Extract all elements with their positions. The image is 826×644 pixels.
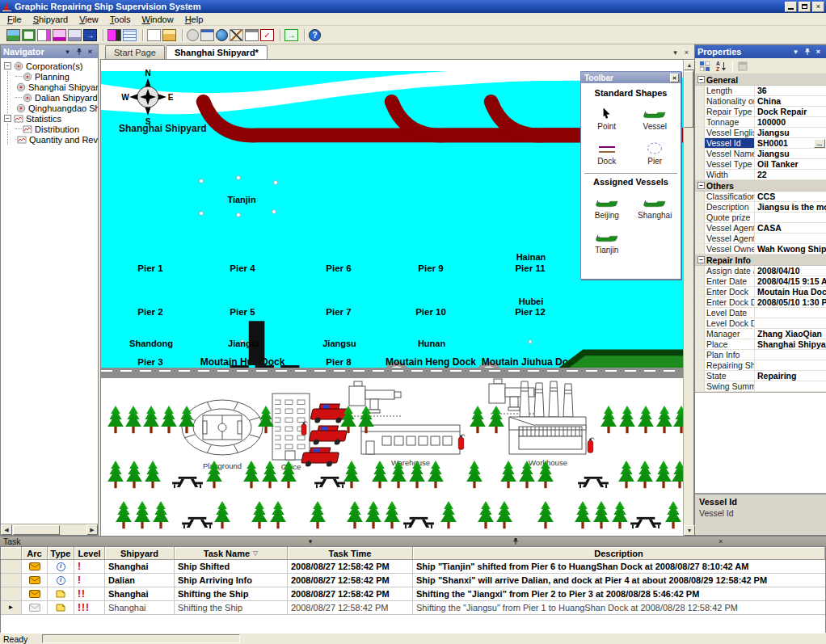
property-row[interactable]: Level Date	[695, 308, 826, 318]
scroll-left-icon[interactable]: ◀	[1, 524, 12, 535]
property-row[interactable]: Vessel TypeOil Tanker	[695, 159, 826, 170]
property-row[interactable]: Vessel NameJiangsu	[695, 149, 826, 159]
tab-close-icon[interactable]: ×	[681, 48, 692, 57]
tree-node-planning[interactable]: Planning	[15, 71, 98, 82]
property-row[interactable]: Enter DockMoutain Hua Dock	[695, 287, 826, 297]
export-icon[interactable]: →	[83, 29, 97, 41]
property-row[interactable]: Vessel Agent 2	[695, 234, 826, 244]
property-row[interactable]: Classification SCCS	[695, 192, 826, 202]
property-row[interactable]: Swing Summar	[695, 381, 826, 392]
task-row[interactable]: i ! Shanghai Ship Shifted 2008/08/27 12:…	[1, 560, 825, 574]
palette-item-shanghai[interactable]: Shanghai	[631, 196, 680, 220]
palette-item-beijing[interactable]: Beijing	[583, 196, 631, 220]
close-icon[interactable]: ×	[618, 537, 823, 546]
menu-window[interactable]: Window	[137, 14, 179, 25]
palette-title-bar[interactable]: Toolbar ×	[581, 72, 681, 83]
column-header-level[interactable]: Level	[74, 547, 105, 559]
navigator-horizontal-scrollbar[interactable]: ◀ ▶	[1, 524, 98, 535]
property-row[interactable]: Nationality or RChina	[695, 96, 826, 107]
tab-start-page[interactable]: Start Page	[105, 45, 165, 59]
task-row[interactable]: i ! Dalian Ship Arriving Info 2008/08/27…	[1, 574, 825, 587]
import-icon[interactable]: →	[284, 29, 298, 41]
property-row[interactable]: PlaceShanghai Shipyard	[695, 339, 826, 350]
properties-window-icon[interactable]	[200, 29, 214, 41]
pin-icon[interactable]	[74, 47, 84, 57]
tree-node-dalian-shipyard[interactable]: Dalian Shipyard	[15, 92, 98, 103]
collapse-icon[interactable]: −	[4, 115, 11, 122]
task-row[interactable]: !! Shanghai Shifting the Ship 2008/08/27…	[1, 587, 825, 601]
property-row[interactable]: Tonnage100000	[695, 117, 826, 128]
property-row[interactable]: Repairing Ship	[695, 360, 826, 371]
property-row[interactable]: Level Dock Dat	[695, 318, 826, 329]
section-repair-info[interactable]: −Repair Info	[695, 255, 826, 266]
tree-node-shanghai-shipyard[interactable]: Shanghai Shipyar	[15, 82, 98, 92]
property-row[interactable]: Vessel Agent 1CASA	[695, 223, 826, 234]
tree-node-corporations[interactable]: − Corporation(s)	[4, 61, 98, 71]
palette-item-tianjin[interactable]: Tianjin	[583, 230, 631, 255]
palette-item-pier[interactable]: Pier	[631, 141, 680, 166]
column-header-task-name[interactable]: Task Name▽	[175, 547, 288, 559]
grid-icon[interactable]	[123, 29, 137, 41]
categorized-icon[interactable]	[697, 60, 712, 73]
tree-node-quantity-revenue[interactable]: Quantity and Rev	[15, 134, 98, 145]
menu-file[interactable]: File	[2, 14, 27, 25]
film-icon[interactable]	[107, 29, 121, 41]
column-header-shipyard[interactable]: Shipyard	[105, 547, 175, 559]
help-icon[interactable]: ?	[309, 29, 321, 41]
property-row[interactable]: Length36	[695, 86, 826, 96]
checklist-icon[interactable]: ✓	[260, 29, 274, 41]
property-row[interactable]: Vessel EnglishJiangsu	[695, 128, 826, 138]
globe-icon[interactable]	[216, 29, 228, 41]
tree-node-distribution[interactable]: Distribution	[15, 124, 98, 134]
window-icon[interactable]	[245, 29, 259, 41]
section-others[interactable]: −Others	[695, 180, 826, 192]
property-row[interactable]: Width22	[695, 170, 826, 180]
new-document-icon[interactable]	[147, 29, 161, 41]
property-pages-icon[interactable]	[735, 60, 750, 73]
task-row-current[interactable]: ► !!! Shanghai Shifting the Ship 2008/08…	[1, 601, 825, 615]
tools-icon[interactable]	[230, 29, 243, 41]
canvas-vertical-scrollbar[interactable]: ▲ ▼	[683, 60, 693, 536]
column-header-type[interactable]: Type	[48, 547, 74, 559]
scroll-right-icon[interactable]: ▶	[86, 524, 98, 535]
menu-view[interactable]: View	[74, 14, 104, 25]
chevron-down-icon[interactable]: ▾	[790, 47, 801, 57]
find-document-icon[interactable]	[53, 29, 66, 41]
menu-tools[interactable]: Tools	[104, 14, 137, 25]
column-header-arc[interactable]: Arc	[22, 547, 48, 559]
ellipsis-button[interactable]: ...	[814, 139, 825, 148]
collapse-icon[interactable]: −	[697, 182, 705, 189]
sort-alphabetical-icon[interactable]: AZ	[714, 60, 728, 73]
scroll-up-icon[interactable]: ▲	[684, 60, 695, 70]
palette-item-dock[interactable]: Dock	[583, 141, 631, 166]
property-row[interactable]: Vessel OwnerWah Kwong Shippin	[695, 244, 826, 255]
menu-shipyard[interactable]: Shipyard	[27, 14, 74, 25]
pin-icon[interactable]	[414, 537, 618, 546]
close-icon[interactable]: ×	[85, 47, 95, 57]
palette-item-point[interactable]: Point	[583, 107, 631, 131]
minimize-icon[interactable]	[785, 2, 797, 12]
property-row-vessel-id[interactable]: Vessel IdSH0001...	[695, 138, 826, 149]
open-folder-icon[interactable]	[162, 29, 176, 41]
tree-node-statistics[interactable]: − Statistics	[4, 113, 98, 124]
collapse-icon[interactable]: −	[4, 62, 11, 69]
scroll-down-icon[interactable]: ▼	[684, 525, 695, 536]
palette-item-vessel[interactable]: Vessel	[631, 107, 680, 131]
tree-node-qinghuangdao-shipyard[interactable]: Qinghuangdao Sh	[15, 103, 98, 113]
scrollbar-thumb[interactable]	[684, 71, 693, 128]
property-row[interactable]: ManagerZhang XiaoQian	[695, 329, 826, 339]
collapse-icon[interactable]: −	[697, 76, 705, 83]
property-row[interactable]: Repair TypeDock Repair	[695, 107, 826, 117]
collapse-icon[interactable]: −	[697, 256, 705, 263]
chevron-down-icon[interactable]: ▾	[62, 47, 73, 57]
property-row[interactable]: DescriptionJiangsu is the most	[695, 202, 826, 213]
chevron-down-icon[interactable]: ▾	[209, 537, 413, 546]
property-row[interactable]: Plan Info	[695, 350, 826, 360]
close-icon[interactable]: ×	[813, 47, 824, 57]
refresh-icon[interactable]	[22, 29, 36, 41]
tab-shanghai-shipyard[interactable]: Shanghai Shipyard*	[166, 45, 268, 60]
column-header-task-time[interactable]: Task Time	[288, 547, 413, 559]
property-row[interactable]: Assign date at2008/04/10	[695, 266, 826, 276]
property-row[interactable]: Enter Dock Dat2008/05/10 1:30 P	[695, 297, 826, 308]
clock-icon[interactable]	[187, 29, 199, 41]
